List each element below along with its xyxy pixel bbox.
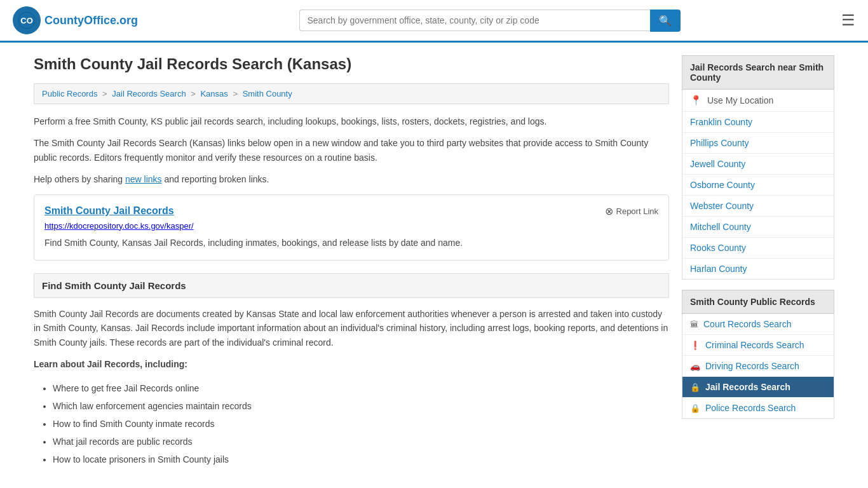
nearby-county-item[interactable]: Rooks County [682, 238, 834, 259]
nearby-county-item[interactable]: Franklin County [682, 112, 834, 133]
record-url-link[interactable]: https://kdocrepository.doc.ks.gov/kasper… [44, 221, 194, 231]
main-layout: Smith County Jail Records Search (Kansas… [21, 43, 847, 481]
find-section-text: Smith County Jail Records are documents … [34, 307, 669, 349]
record-card: Smith County Jail Records ⊗ Report Link … [34, 194, 669, 261]
learn-heading: Learn about Jail Records, including: [34, 357, 669, 371]
record-title-link[interactable]: Smith County Jail Records [44, 205, 174, 216]
breadcrumb-smith-county[interactable]: Smith County [243, 89, 292, 98]
nearby-county-item[interactable]: Webster County [682, 196, 834, 217]
breadcrumb-kansas[interactable]: Kansas [200, 89, 227, 98]
record-url: https://kdocrepository.doc.ks.gov/kasper… [44, 221, 658, 231]
public-record-link[interactable]: Driving Records Search [705, 361, 799, 371]
page-title: Smith County Jail Records Search (Kansas… [34, 55, 669, 73]
public-record-item[interactable]: 🔒Jail Records Search [682, 377, 834, 398]
nearby-heading: Jail Records Search near Smith County [682, 55, 834, 90]
public-record-item[interactable]: 🚗Driving Records Search [682, 356, 834, 377]
breadcrumb-public-records[interactable]: Public Records [42, 89, 97, 98]
nearby-county-link[interactable]: Phillips County [690, 138, 749, 148]
pin-icon: 📍 [690, 95, 702, 106]
record-type-icon: 🔒 [690, 403, 700, 413]
nearby-county-link[interactable]: Jewell County [690, 159, 745, 169]
public-records-heading: Smith County Public Records [682, 290, 834, 314]
intro-text-3: Help others by sharing new links and rep… [34, 172, 669, 186]
public-record-link[interactable]: Court Records Search [703, 319, 792, 329]
public-record-item[interactable]: 🏛Court Records Search [682, 314, 834, 335]
record-type-icon: ❗ [690, 341, 700, 350]
search-icon: 🔍 [659, 15, 672, 26]
nearby-county-item[interactable]: Mitchell County [682, 217, 834, 238]
report-link-button[interactable]: ⊗ Report Link [605, 205, 658, 217]
intro-text-2: The Smith County Jail Records Search (Ka… [34, 136, 669, 165]
search-input[interactable] [299, 10, 650, 31]
new-links-link[interactable]: new links [125, 174, 162, 184]
nearby-county-link[interactable]: Franklin County [690, 117, 752, 127]
content: Smith County Jail Records Search (Kansas… [34, 55, 669, 468]
nearby-county-item[interactable]: Harlan County [682, 259, 834, 279]
menu-icon[interactable]: ☰ [841, 11, 855, 29]
nearby-county-item[interactable]: Jewell County [682, 154, 834, 175]
list-item: How to locate prisoners in Smith County … [53, 451, 669, 468]
use-my-location-item[interactable]: 📍 Use My Location [682, 90, 834, 112]
logo-text: CountyOffice.org [44, 14, 138, 27]
public-record-item[interactable]: 🔒Police Records Search [682, 398, 834, 418]
search-bar-wrapper: 🔍 [299, 10, 681, 32]
learn-list: Where to get free Jail Records onlineWhi… [53, 379, 669, 468]
header: CO CountyOffice.org 🔍 ☰ [0, 0, 868, 43]
nearby-county-link[interactable]: Rooks County [690, 243, 746, 253]
logo-area: CO CountyOffice.org [13, 6, 138, 34]
list-item: How to find Smith County inmate records [53, 415, 669, 433]
record-type-icon: 🔒 [690, 383, 700, 392]
record-description: Find Smith County, Kansas Jail Records, … [44, 236, 658, 250]
record-card-header: Smith County Jail Records ⊗ Report Link [44, 205, 658, 217]
nearby-county-link[interactable]: Osborne County [690, 180, 755, 190]
list-item: Which law enforcement agencies maintain … [53, 397, 669, 415]
find-section-heading: Find Smith County Jail Records [34, 273, 669, 298]
search-button[interactable]: 🔍 [650, 10, 681, 32]
nearby-county-link[interactable]: Webster County [690, 201, 754, 211]
nearby-counties-list: 📍 Use My Location Franklin CountyPhillip… [682, 90, 834, 280]
breadcrumb-jail-records[interactable]: Jail Records Search [112, 89, 186, 98]
svg-text:CO: CO [20, 16, 33, 25]
public-record-link[interactable]: Jail Records Search [705, 382, 790, 392]
sidebar: Jail Records Search near Smith County 📍 … [682, 55, 834, 468]
report-icon: ⊗ [605, 205, 613, 217]
list-item: Where to get free Jail Records online [53, 379, 669, 397]
public-record-link[interactable]: Police Records Search [705, 403, 796, 413]
record-card-title: Smith County Jail Records [44, 205, 174, 217]
nearby-county-item[interactable]: Osborne County [682, 175, 834, 196]
record-type-icon: 🏛 [690, 320, 698, 329]
public-record-item[interactable]: ❗Criminal Records Search [682, 335, 834, 356]
nearby-county-link[interactable]: Harlan County [690, 264, 747, 274]
list-item: What jail records are public records [53, 433, 669, 451]
logo-icon: CO [13, 6, 41, 34]
nearby-county-item[interactable]: Phillips County [682, 133, 834, 154]
breadcrumb: Public Records > Jail Records Search > K… [34, 83, 669, 104]
record-type-icon: 🚗 [690, 362, 700, 371]
public-records-list: 🏛Court Records Search❗Criminal Records S… [682, 314, 834, 419]
nearby-county-link[interactable]: Mitchell County [690, 222, 751, 232]
public-record-link[interactable]: Criminal Records Search [705, 340, 804, 350]
intro-text-1: Perform a free Smith County, KS public j… [34, 114, 669, 128]
